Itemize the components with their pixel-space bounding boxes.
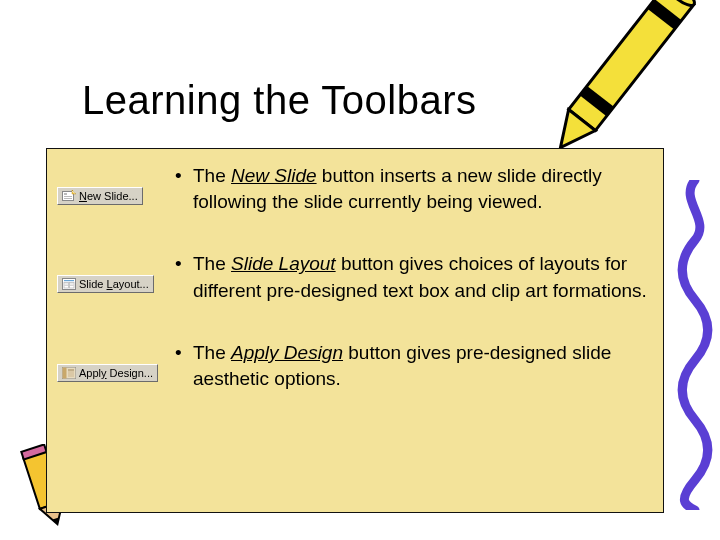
new-slide-icon	[62, 190, 76, 202]
new-slide-button: New Slide...	[57, 187, 143, 205]
item-description: • The New Slide button inserts a new sli…	[175, 163, 653, 215]
svg-rect-10	[64, 193, 67, 195]
svg-marker-8	[52, 517, 61, 525]
item-description: • The Slide Layout button gives choices …	[175, 251, 653, 303]
svg-rect-1	[647, 0, 681, 30]
toolbar-item-new-slide: New Slide... • The New Slide button inse…	[57, 163, 653, 215]
item-description: • The Apply Design button gives pre-desi…	[175, 340, 653, 392]
svg-rect-11	[64, 196, 72, 197]
squiggle-decoration	[676, 180, 714, 510]
bullet-icon: •	[175, 163, 182, 189]
button-label: New Slide...	[79, 190, 138, 202]
bullet-icon: •	[175, 340, 182, 366]
svg-rect-26	[63, 367, 67, 378]
button-label: Slide Layout...	[79, 278, 149, 290]
slide-title: Learning the Toolbars	[82, 78, 476, 123]
toolbar-item-slide-layout: Slide Layout... • The Slide Layout butto…	[57, 251, 653, 303]
bullet-icon: •	[175, 251, 182, 277]
term: New Slide	[231, 165, 317, 186]
apply-design-button: Apply Design...	[57, 364, 158, 382]
svg-rect-12	[64, 198, 72, 199]
button-image: New Slide...	[57, 187, 167, 206]
svg-rect-17	[64, 280, 74, 281]
content-panel: New Slide... • The New Slide button inse…	[46, 148, 664, 513]
button-image: Slide Layout...	[57, 275, 167, 294]
svg-point-4	[663, 0, 697, 9]
svg-rect-2	[580, 86, 614, 116]
apply-design-icon	[62, 367, 76, 379]
term: Slide Layout	[231, 253, 336, 274]
svg-rect-0	[569, 0, 694, 130]
button-label: Apply Design...	[79, 367, 153, 379]
svg-rect-6	[21, 444, 46, 459]
slide-layout-icon	[62, 278, 76, 290]
button-image: Apply Design...	[57, 364, 167, 383]
slide-layout-button: Slide Layout...	[57, 275, 154, 293]
slide: Learning the Toolbars New Slide...	[0, 0, 720, 540]
toolbar-item-apply-design: Apply Design... • The Apply Design butto…	[57, 340, 653, 392]
term: Apply Design	[231, 342, 343, 363]
